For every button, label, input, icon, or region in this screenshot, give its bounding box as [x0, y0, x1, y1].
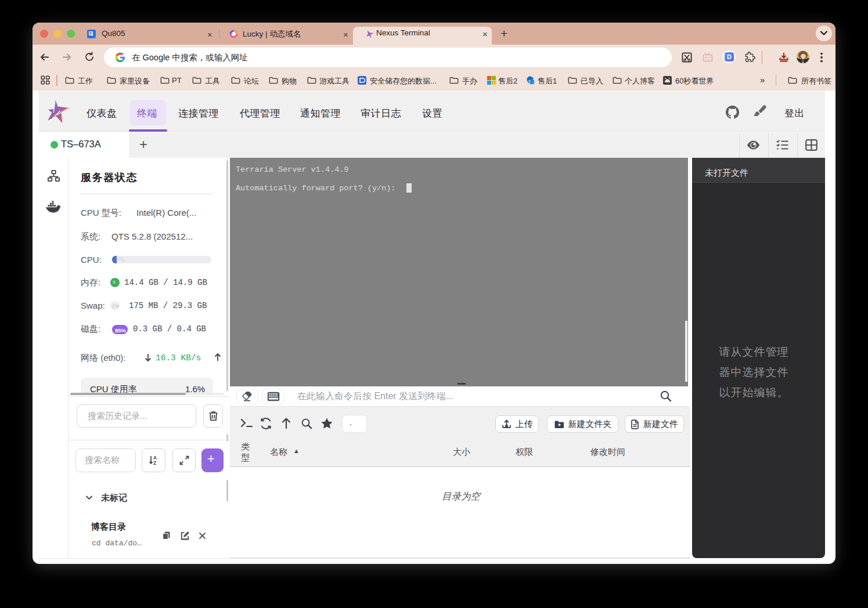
svg-text:s: s	[528, 78, 531, 84]
svg-text:Z: Z	[153, 460, 156, 466]
